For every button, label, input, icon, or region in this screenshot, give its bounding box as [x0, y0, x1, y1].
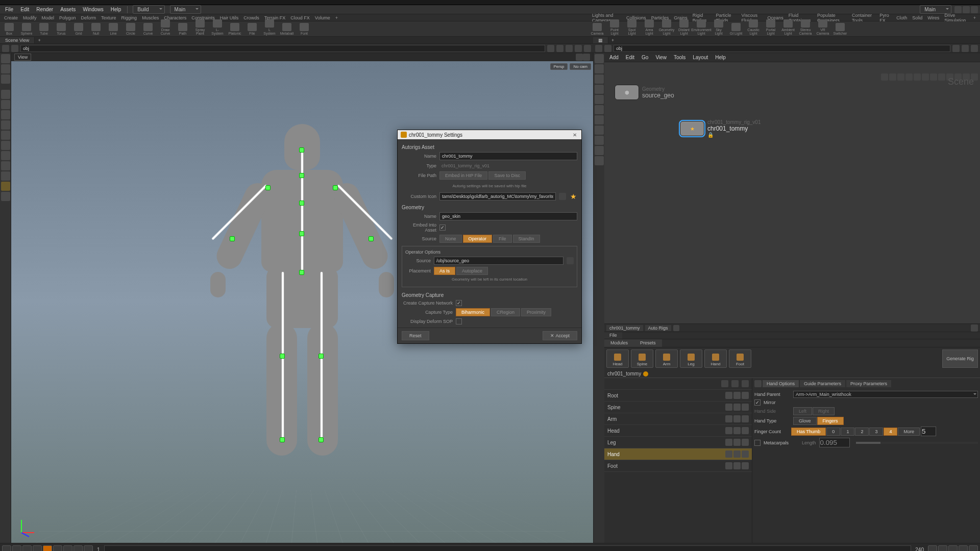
- nocam-button[interactable]: No cam: [570, 63, 591, 70]
- node-chr-tommy[interactable]: ★ chr001_tommy_rig_v01chr001_tommy🔒: [680, 119, 761, 138]
- fingers-button[interactable]: Fingers: [817, 417, 844, 425]
- prev-frame-icon[interactable]: [22, 545, 32, 552]
- shelf-cloth[interactable]: Cloth: [894, 15, 909, 21]
- persp-button[interactable]: Persp: [550, 63, 568, 70]
- module-hand[interactable]: Hand: [704, 349, 727, 368]
- nav-back-icon[interactable]: [2, 45, 9, 52]
- tool-path[interactable]: Path: [176, 23, 190, 35]
- right-button[interactable]: Right: [813, 407, 835, 415]
- net-i6-icon[interactable]: [922, 73, 929, 81]
- netmenu-view[interactable]: View: [652, 54, 670, 61]
- hand-parent-dropdown[interactable]: Arm->Arm_Main_wristhook: [793, 391, 978, 398]
- main2-dropdown[interactable]: Main: [920, 5, 951, 14]
- tool-line[interactable]: Line: [106, 23, 120, 35]
- menu-help[interactable]: Help: [108, 6, 125, 13]
- tool-metaball[interactable]: Metaball: [280, 23, 294, 35]
- left-button[interactable]: Left: [793, 407, 812, 415]
- tool-spot-light[interactable]: Spot Light: [625, 19, 639, 35]
- path-opt-icon[interactable]: [566, 45, 573, 52]
- asis-button[interactable]: As Is: [434, 267, 455, 275]
- source-operator-button[interactable]: Operator: [463, 235, 493, 243]
- ar-crumb1[interactable]: chr001_tommy: [606, 325, 643, 331]
- tool-grid[interactable]: Grid: [71, 23, 86, 35]
- shelf--[interactable]: +: [971, 15, 978, 21]
- menu-render[interactable]: Render: [33, 6, 56, 13]
- move-icon[interactable]: [1, 64, 10, 73]
- netmenu-layout[interactable]: Layout: [690, 54, 711, 61]
- shelf-solid[interactable]: Solid: [910, 15, 924, 21]
- ar-modules-tab[interactable]: Modules: [604, 339, 634, 347]
- ar-row-spine[interactable]: Spine: [604, 402, 752, 413]
- shelf-volume[interactable]: Volume: [313, 15, 332, 21]
- nav2-fwd-icon[interactable]: [604, 45, 611, 52]
- path-pin-icon[interactable]: [547, 45, 554, 52]
- net-i8-icon[interactable]: [938, 73, 945, 81]
- tool-null[interactable]: Null: [89, 23, 103, 35]
- shelf-cloud-fx[interactable]: Cloud FX: [288, 15, 312, 21]
- module-leg[interactable]: Leg: [680, 349, 702, 368]
- ar-row-arm[interactable]: Arm: [604, 413, 752, 425]
- ar-opt-icon[interactable]: [971, 324, 978, 332]
- tool-c-icon[interactable]: [1, 110, 10, 119]
- tab-proxy-params[interactable]: Proxy Parameters: [846, 380, 891, 387]
- tool-tube[interactable]: Tube: [37, 23, 51, 35]
- tool-distant-light[interactable]: Distant Light: [677, 19, 691, 35]
- netmenu-help[interactable]: Help: [712, 54, 729, 61]
- menu-edit[interactable]: Edit: [17, 6, 32, 13]
- tool-environment-light[interactable]: Environment Light: [694, 19, 708, 35]
- node-source-geo[interactable]: ⬢ Geometrysource_geo: [615, 85, 674, 100]
- nav-fwd-icon[interactable]: [11, 45, 18, 52]
- tool-sphere[interactable]: Sphere: [19, 23, 34, 35]
- path-max-icon[interactable]: [575, 45, 582, 52]
- autoplace-button[interactable]: Autoplace: [456, 267, 488, 275]
- icon-input[interactable]: [439, 192, 556, 201]
- play-fwd-icon[interactable]: [53, 545, 62, 552]
- net-i3-icon[interactable]: [897, 73, 904, 81]
- tool-font[interactable]: Font: [297, 23, 311, 35]
- tool-curve[interactable]: Curve: [141, 23, 155, 35]
- vrt-f-icon[interactable]: [595, 105, 604, 114]
- vrt-g-icon[interactable]: [595, 115, 604, 124]
- shelf-muscles[interactable]: Muscles: [140, 15, 161, 21]
- netmenu-add[interactable]: Add: [606, 54, 622, 61]
- save-disc-button[interactable]: Save to Disc: [488, 171, 526, 180]
- ar-file-tab[interactable]: File: [604, 332, 622, 339]
- tool-camera[interactable]: Camera: [590, 23, 604, 35]
- source-none-button[interactable]: None: [439, 235, 462, 243]
- ccn-checkbox[interactable]: [456, 300, 462, 306]
- tool-b-icon[interactable]: [1, 100, 10, 109]
- finger-0-button[interactable]: 0: [826, 428, 840, 436]
- row-link-icon[interactable]: [742, 404, 749, 411]
- shelf-polygon[interactable]: Polygon: [57, 15, 78, 21]
- tl-opt5-icon[interactable]: [969, 545, 978, 552]
- next-key-icon[interactable]: [74, 545, 83, 552]
- finger-more-button[interactable]: More: [898, 428, 920, 436]
- module-arm[interactable]: Arm: [655, 349, 678, 368]
- tool-l-system[interactable]: L-System: [210, 19, 225, 35]
- shelf-crowds[interactable]: Crowds: [241, 15, 261, 21]
- dialog-close-icon[interactable]: ✕: [571, 131, 578, 138]
- path2-split-icon[interactable]: [971, 45, 978, 52]
- net-i2-icon[interactable]: [889, 73, 896, 81]
- tool-h-icon[interactable]: [1, 161, 10, 170]
- tool-vr-camera[interactable]: VR Camera: [816, 19, 830, 35]
- tool-spray-paint[interactable]: Spray Paint: [193, 19, 207, 35]
- tool-portal-light[interactable]: Portal Light: [764, 19, 778, 35]
- ar-row-hand[interactable]: Hand: [604, 448, 752, 460]
- tool-draw-curve[interactable]: Draw Curve: [158, 19, 173, 35]
- tab-network[interactable]: ▦: [593, 37, 608, 43]
- vrt-c-icon[interactable]: [595, 74, 604, 84]
- row-lock-icon[interactable]: [733, 462, 741, 469]
- tool-circle[interactable]: Circle: [124, 23, 138, 35]
- op-source-input[interactable]: [434, 257, 564, 265]
- ar-p-back-icon[interactable]: [754, 380, 762, 387]
- net-i5-icon[interactable]: [914, 73, 921, 81]
- finger-1-button[interactable]: 1: [841, 428, 854, 436]
- menu-assets[interactable]: Assets: [57, 6, 79, 13]
- view-label[interactable]: View: [14, 54, 31, 61]
- vrt-a-icon[interactable]: [595, 54, 604, 63]
- row-link-icon[interactable]: [742, 450, 749, 458]
- nav2-back-icon[interactable]: [595, 45, 602, 52]
- ar-row-head[interactable]: Head: [604, 425, 752, 437]
- embed-asset-checkbox[interactable]: [439, 224, 446, 231]
